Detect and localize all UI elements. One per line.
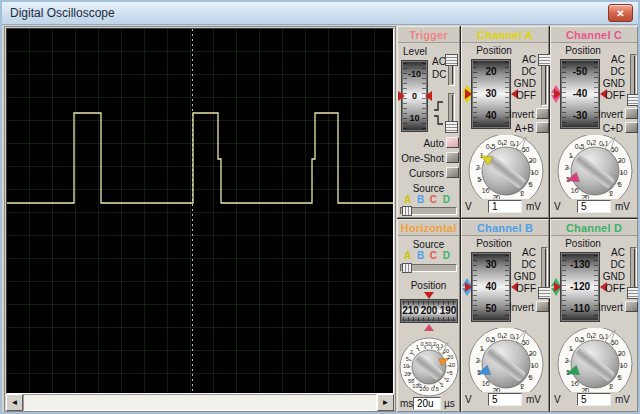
coupling-off-label: OFF	[508, 283, 536, 294]
close-button[interactable]: ✕	[608, 4, 633, 22]
oscilloscope-window: Digital Oscilloscope ✕ ◄ ► T	[0, 0, 640, 414]
hdrum-marker-bottom	[424, 324, 434, 331]
svg-text:2: 2	[609, 190, 613, 197]
source-channel-d: D	[443, 194, 450, 205]
svg-text:50: 50	[408, 378, 414, 384]
level-marker-right	[425, 91, 432, 101]
channel-d-invert-button[interactable]	[625, 301, 638, 312]
horizontal-source-handle[interactable]	[402, 263, 412, 273]
scroll-right-button[interactable]: ►	[377, 394, 394, 411]
channel-c-value-box[interactable]: 5	[577, 200, 611, 213]
channel-d-coupling-slider[interactable]	[630, 247, 637, 299]
svg-text:2: 2	[476, 357, 480, 364]
display-scrollbar[interactable]: ◄ ►	[6, 394, 394, 411]
svg-text:1: 1	[480, 345, 484, 352]
one-shot-button[interactable]	[446, 152, 459, 163]
trigger-source-slider[interactable]	[400, 207, 457, 215]
scroll-left-button[interactable]: ◄	[6, 394, 23, 411]
channel-c-coupling-slider[interactable]	[630, 54, 637, 106]
svg-text:0.2: 0.2	[586, 139, 596, 146]
drum-marker-left	[554, 282, 561, 292]
channel-d-value-box[interactable]: 5	[577, 393, 611, 406]
channel-b-invert-button[interactable]	[536, 301, 549, 312]
channel-b-coupling-slider[interactable]	[541, 247, 548, 299]
svg-text:2: 2	[520, 190, 524, 197]
channel-d-title: Channel D	[551, 220, 637, 236]
svg-text:1: 1	[416, 344, 419, 350]
source-channel-b: B	[417, 250, 424, 261]
svg-text:20: 20	[581, 194, 589, 199]
source-channel-c: C	[430, 250, 437, 261]
svg-text:20: 20	[404, 371, 410, 377]
channel-b-panel: Channel B Position 30 40 50 AC DC GND OF…	[461, 219, 549, 412]
channel-a-gain-knob[interactable]: 20105210.50.20.150201052	[462, 135, 550, 203]
trigger-coupling-toggle[interactable]	[448, 54, 455, 86]
ms-unit-label: ms	[400, 398, 413, 409]
channel-a-invert-button[interactable]	[536, 108, 549, 119]
channel-a-sum-button[interactable]	[536, 122, 549, 133]
trigger-level-drum[interactable]: -10 0 10	[401, 60, 428, 132]
falling-edge-icon	[433, 112, 445, 130]
channel-a-title: Channel A	[462, 27, 548, 43]
channel-c-invert-button[interactable]	[625, 108, 638, 119]
control-area: Trigger Level -10 0 10 AC DC Aut	[397, 26, 638, 412]
svg-text:2: 2	[520, 383, 524, 390]
coupling-gnd-label: GND	[597, 271, 625, 282]
source-channel-b: B	[417, 194, 424, 205]
drum-marker-left	[465, 282, 472, 292]
coupling-gnd-label: GND	[597, 78, 625, 89]
channel-a-panel: Channel A Position 20 30 40 AC DC GND OF…	[461, 26, 549, 218]
auto-button[interactable]	[446, 137, 459, 148]
invert-label: Invert	[571, 109, 623, 120]
coupling-gnd-label: GND	[508, 78, 536, 89]
scrollbar-track[interactable]	[23, 394, 377, 411]
volts-unit-label: V	[465, 394, 472, 405]
channel-c-title: Channel C	[551, 27, 637, 43]
svg-text:0.5: 0.5	[486, 336, 496, 343]
trigger-dc-label: DC	[432, 69, 446, 80]
svg-text:0.2: 0.2	[586, 332, 596, 339]
trigger-edge-handle[interactable]	[445, 121, 458, 133]
trigger-coupling-handle[interactable]	[445, 54, 458, 66]
channel-c-panel: Channel C Position -50 -40 -30 AC DC GND…	[550, 26, 638, 218]
drum-marker-left	[554, 89, 561, 99]
svg-text:10: 10	[531, 169, 539, 176]
coupling-dc-label: DC	[508, 66, 536, 77]
auto-label: Auto	[400, 138, 444, 149]
coupling-off-label: OFF	[597, 283, 625, 294]
svg-text:5: 5	[450, 370, 453, 376]
svg-text:0.2: 0.2	[497, 139, 507, 146]
horizontal-source-slider[interactable]	[400, 264, 457, 272]
svg-text:2: 2	[565, 164, 569, 171]
millivolts-unit-label: mV	[615, 201, 630, 212]
channel-d-coupling-handle[interactable]	[627, 287, 640, 299]
svg-text:1: 1	[569, 345, 573, 352]
cursors-button[interactable]	[446, 167, 459, 178]
source-channel-c: C	[430, 194, 437, 205]
svg-text:5: 5	[529, 374, 533, 381]
millivolts-unit-label: mV	[526, 201, 541, 212]
channel-c-sum-button[interactable]	[625, 122, 638, 133]
horizontal-title: Horizontal	[398, 220, 459, 236]
channel-b-value-box[interactable]: 5	[488, 393, 522, 406]
one-shot-label: One-Shot	[400, 153, 444, 164]
horizontal-position-drum[interactable]: 210 200 190	[400, 299, 458, 323]
us-unit-label: µs	[444, 398, 455, 409]
svg-text:20: 20	[618, 350, 626, 357]
channel-d-panel: Channel D Position -130 -120 -110 AC DC …	[550, 219, 638, 412]
hdrum-marker-top	[424, 292, 434, 299]
channel-a-coupling-slider[interactable]	[541, 54, 548, 106]
channel-d-gain-knob[interactable]: 20105210.50.20.150201052	[551, 328, 639, 396]
svg-text:10: 10	[403, 363, 409, 369]
trigger-source-handle[interactable]	[402, 206, 412, 216]
channel-c-coupling-handle[interactable]	[627, 94, 640, 106]
trigger-edge-toggle[interactable]	[448, 93, 455, 133]
channel-a-value-box[interactable]: 1	[488, 200, 522, 213]
trigger-source-channels: ABCD	[404, 194, 450, 205]
title-bar: Digital Oscilloscope	[2, 2, 638, 25]
level-marker-left	[398, 91, 405, 101]
timebase-knob[interactable]: 2001005020105210.50.20.15020105210.5	[399, 332, 460, 406]
channel-c-gain-knob[interactable]: 20105210.50.20.150201052	[551, 135, 639, 203]
channel-b-gain-knob[interactable]: 20105210.50.20.150201052	[462, 328, 550, 396]
timebase-value-box[interactable]: 20u	[413, 397, 441, 410]
